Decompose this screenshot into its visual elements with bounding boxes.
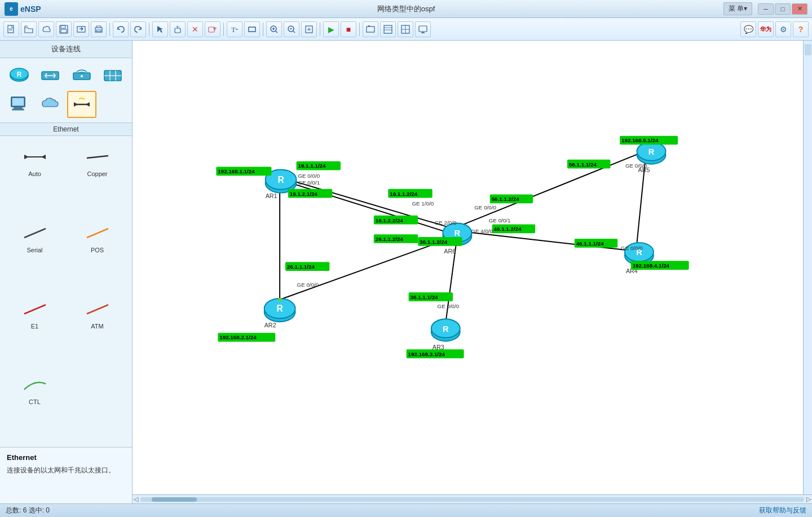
delete-button[interactable]: ✕ <box>187 21 203 37</box>
cable-auto[interactable]: Auto <box>5 141 65 214</box>
svg-text:192.168.1.1/24: 192.168.1.1/24 <box>218 168 255 174</box>
svg-text:R: R <box>454 229 461 238</box>
restore-button[interactable]: □ <box>775 3 791 15</box>
status-total: 总数: 6 选中: 0 <box>6 506 50 515</box>
device-pc[interactable] <box>5 91 34 118</box>
zoom-out-button[interactable] <box>284 21 299 37</box>
svg-text:GE 1/0/0: GE 1/0/0 <box>412 200 434 207</box>
canvas-wrap: R AR1 R AR6 R A <box>133 41 812 503</box>
svg-text:R: R <box>16 71 21 78</box>
svg-rect-15 <box>249 27 255 32</box>
svg-text:GE 0/0/0: GE 0/0/0 <box>621 245 643 251</box>
new-button[interactable] <box>3 21 19 37</box>
select-tool[interactable] <box>152 21 168 37</box>
copper-cable-icon <box>83 144 112 169</box>
table-button[interactable] <box>398 21 413 37</box>
device-ethernet-cable[interactable] <box>67 91 96 118</box>
redo-button[interactable] <box>130 21 146 37</box>
app-name: eNSP <box>20 5 41 14</box>
network-diagram: R AR1 R AR6 R A <box>133 41 803 494</box>
copper-cable-label: Copper <box>87 170 107 177</box>
svg-rect-34 <box>419 26 427 32</box>
router-icon: R <box>8 65 30 86</box>
save-button[interactable] <box>56 21 72 37</box>
atm-cable-icon <box>83 297 112 322</box>
svg-line-63 <box>87 305 108 314</box>
svg-text:56.1.1.2/24: 56.1.1.2/24 <box>492 196 520 202</box>
menu-button[interactable]: 菜 单▾ <box>723 2 752 15</box>
svg-rect-9 <box>96 30 101 32</box>
svg-text:GE 0/0/1: GE 0/0/1 <box>489 217 511 224</box>
statusbar: 总数: 6 选中: 0 获取帮助与反馈 <box>0 503 812 517</box>
undo-button[interactable] <box>113 21 129 37</box>
toolbar: ✕ T ▶ ■ 💬 华为 ⚙ ? <box>0 18 812 41</box>
help-feedback-link[interactable]: 获取帮助与反馈 <box>759 506 806 515</box>
device-switch[interactable] <box>36 63 65 89</box>
serial-cable-icon <box>21 221 49 246</box>
window-title: 网络类型中的ospf <box>377 4 435 14</box>
device-cloud[interactable] <box>36 91 65 118</box>
rect-button[interactable] <box>244 21 260 37</box>
pan-tool[interactable] <box>170 21 186 37</box>
print-button[interactable] <box>91 21 107 37</box>
svg-text:46.1.1.1/24: 46.1.1.1/24 <box>576 240 604 247</box>
monitor-button[interactable] <box>415 21 431 37</box>
zoom-in-button[interactable] <box>266 21 282 37</box>
import-button[interactable] <box>73 21 89 37</box>
device-wireless[interactable] <box>67 63 96 89</box>
device-firewall[interactable] <box>99 63 128 89</box>
canvas-area[interactable]: R AR1 R AR6 R A <box>133 41 803 494</box>
scrollbar-thumb[interactable] <box>152 497 197 502</box>
play-button[interactable]: ▶ <box>323 21 339 37</box>
info-title: Ethernet <box>7 453 125 462</box>
svg-text:16.1.2.2/24: 16.1.2.2/24 <box>376 217 404 224</box>
settings-button[interactable]: ⚙ <box>775 21 791 37</box>
cable-serial[interactable]: Serial <box>5 217 65 291</box>
svg-line-70 <box>460 151 645 226</box>
vertical-scrollbar[interactable] <box>803 41 812 494</box>
svg-line-62 <box>24 305 46 314</box>
e1-cable-icon <box>21 297 49 322</box>
cable-atm[interactable]: ATM <box>67 293 127 367</box>
cable-e1[interactable]: E1 <box>5 293 65 367</box>
svg-text:192.168.3.1/24: 192.168.3.1/24 <box>408 351 445 357</box>
ctl-cable-icon <box>21 373 49 397</box>
device-grid: R <box>0 58 132 123</box>
canvas-inner: R AR1 R AR6 R A <box>133 41 812 494</box>
fit-button[interactable] <box>301 21 317 37</box>
ethernet-section-label: Ethernet <box>0 123 132 136</box>
cable-ctl[interactable]: CTL <box>5 369 65 442</box>
custom-delete-button[interactable] <box>205 21 220 37</box>
cable-copper[interactable]: Copper <box>67 141 127 214</box>
open-button[interactable] <box>21 21 37 37</box>
router-ar2[interactable]: R <box>264 299 295 322</box>
minimize-button[interactable]: ─ <box>758 3 774 15</box>
cloud-icon <box>39 94 61 114</box>
toolbar-separator-4 <box>263 23 263 36</box>
huawei-button[interactable]: 华为 <box>758 21 774 37</box>
svg-text:GE 0/0/0: GE 0/0/0 <box>298 173 320 179</box>
router-ar3[interactable]: R <box>431 319 460 341</box>
svg-text:R: R <box>648 147 655 156</box>
svg-text:R: R <box>277 175 284 185</box>
svg-text:192.168.2.1/24: 192.168.2.1/24 <box>219 334 257 340</box>
help-button[interactable]: ? <box>793 21 809 37</box>
svg-point-43 <box>81 75 83 77</box>
router-ar5[interactable]: R <box>637 142 666 164</box>
device-router[interactable]: R <box>5 63 34 89</box>
close-button[interactable]: ✕ <box>792 3 807 15</box>
save-cloud-button[interactable] <box>38 21 54 37</box>
svg-text:GE 2/0/0: GE 2/0/0 <box>435 220 457 226</box>
capture-button[interactable] <box>363 21 378 37</box>
svg-rect-50 <box>12 98 24 106</box>
atm-cable-label: ATM <box>91 323 103 330</box>
auto-cable-icon <box>21 144 49 169</box>
wireless-icon <box>70 65 93 86</box>
text-button[interactable]: T <box>227 21 242 37</box>
cable-pos[interactable]: POS <box>67 217 127 291</box>
chat-button[interactable]: 💬 <box>740 21 756 37</box>
topo-button[interactable] <box>380 21 396 37</box>
svg-rect-52 <box>12 109 24 110</box>
stop-button[interactable]: ■ <box>341 21 356 37</box>
horizontal-scrollbar[interactable]: ◁ ▷ <box>133 494 812 503</box>
